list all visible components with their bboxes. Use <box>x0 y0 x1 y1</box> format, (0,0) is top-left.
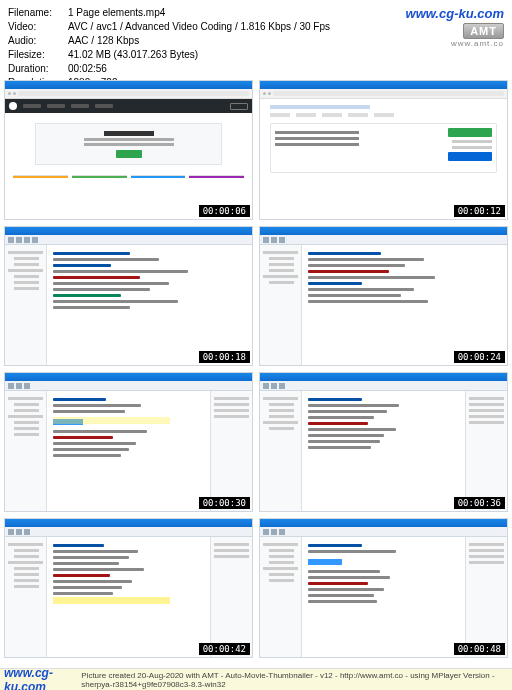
watermark-top: www.cg-ku.com AMT www.amt.co <box>406 6 504 48</box>
timestamp-badge: 00:00:06 <box>199 205 250 217</box>
nav-item <box>23 104 41 108</box>
clone-button <box>448 128 492 137</box>
nav-dot <box>13 92 16 95</box>
tool-icon <box>8 529 14 535</box>
tool-icon <box>16 529 22 535</box>
breadcrumb <box>270 105 370 109</box>
tool-icon <box>8 237 14 243</box>
github-logo-icon <box>9 102 17 110</box>
ide-body <box>5 245 252 365</box>
tool-icon <box>263 237 269 243</box>
tool-icon <box>279 383 285 389</box>
footer-text: Picture created 20-Aug-2020 with AMT - A… <box>81 671 508 689</box>
editor-panel <box>47 537 210 657</box>
feature-strip <box>13 175 244 181</box>
explorer-panel <box>260 245 302 365</box>
tool-icon <box>24 237 30 243</box>
nav-item <box>95 104 113 108</box>
hero-heading <box>104 131 154 136</box>
ide-toolbar <box>5 235 252 245</box>
footer-bar: www.cg-ku.com Picture created 20-Aug-202… <box>0 668 512 690</box>
meta-label: Video: <box>8 20 68 34</box>
repo-tabs <box>270 113 497 117</box>
footer-watermark-url: www.cg-ku.com <box>4 666 73 691</box>
meta-row-duration: Duration: 00:02:56 <box>8 62 504 76</box>
clone-panel <box>270 123 497 173</box>
watermark-url: www.cg-ku.com <box>406 6 504 21</box>
tool-icon <box>24 383 30 389</box>
meta-label: Duration: <box>8 62 68 76</box>
highlight-line <box>53 417 170 424</box>
browser-toolbar <box>260 89 507 99</box>
hero-panel <box>35 123 222 165</box>
window-titlebar <box>260 519 507 527</box>
explorer-panel <box>260 391 302 511</box>
thumbnail: 00:00:18 <box>4 226 253 366</box>
ide-toolbar <box>260 527 507 537</box>
meta-label: Audio: <box>8 34 68 48</box>
tool-icon <box>271 529 277 535</box>
tool-icon <box>16 383 22 389</box>
tool-icon <box>32 237 38 243</box>
explorer-panel <box>260 537 302 657</box>
clone-actions <box>418 124 496 172</box>
highlight-line <box>53 597 170 604</box>
ide-toolbar <box>260 235 507 245</box>
explorer-panel <box>5 537 47 657</box>
editor-panel <box>47 245 252 365</box>
ide-body <box>260 245 507 365</box>
window-titlebar <box>5 519 252 527</box>
window-titlebar <box>260 227 507 235</box>
meta-value: 41.02 MB (43.017.263 Bytes) <box>68 48 504 62</box>
ide-toolbar <box>5 527 252 537</box>
tool-icon <box>263 383 269 389</box>
tool-icon <box>279 529 285 535</box>
tool-icon <box>271 237 277 243</box>
tool-icon <box>16 237 22 243</box>
window-titlebar <box>5 373 252 381</box>
browser-body <box>5 99 252 219</box>
ide-body <box>5 391 252 511</box>
nav-dot <box>268 92 271 95</box>
thumbnail-grid: 00:00:06 <box>4 80 508 658</box>
meta-row-filesize: Filesize: 41.02 MB (43.017.263 Bytes) <box>8 48 504 62</box>
browser-toolbar <box>5 89 252 99</box>
thumbnail: 00:00:06 <box>4 80 253 220</box>
editor-panel <box>302 245 507 365</box>
thumbnail: 00:00:24 <box>259 226 508 366</box>
explorer-panel <box>5 245 47 365</box>
outline-panel <box>465 537 507 657</box>
thumbnail: 00:00:36 <box>259 372 508 512</box>
outline-panel <box>210 391 252 511</box>
nav-item <box>71 104 89 108</box>
download-button <box>448 152 492 161</box>
hero-text <box>84 143 174 146</box>
thumbnail: 00:00:42 <box>4 518 253 658</box>
site-header <box>5 99 252 113</box>
nav-dot <box>263 92 266 95</box>
repo-panel <box>260 99 507 179</box>
text-selection <box>308 559 342 565</box>
outline-panel <box>210 537 252 657</box>
ide-body <box>260 391 507 511</box>
timestamp-badge: 00:00:42 <box>199 643 250 655</box>
watermark-logo: AMT <box>463 23 504 39</box>
signin-button <box>230 103 248 110</box>
timestamp-badge: 00:00:24 <box>454 351 505 363</box>
meta-label: Filename: <box>8 6 68 20</box>
thumbnail: 00:00:12 <box>259 80 508 220</box>
timestamp-badge: 00:00:48 <box>454 643 505 655</box>
outline-panel <box>465 391 507 511</box>
thumbnail: 00:00:48 <box>259 518 508 658</box>
window-titlebar <box>5 227 252 235</box>
address-bar <box>18 91 249 96</box>
watermark-sub: www.amt.co <box>406 39 504 48</box>
tool-icon <box>24 529 30 535</box>
meta-label: Filesize: <box>8 48 68 62</box>
tool-icon <box>8 383 14 389</box>
window-titlebar <box>260 373 507 381</box>
window-titlebar <box>5 81 252 89</box>
ide-toolbar <box>5 381 252 391</box>
clone-options <box>271 124 418 172</box>
tool-icon <box>263 529 269 535</box>
